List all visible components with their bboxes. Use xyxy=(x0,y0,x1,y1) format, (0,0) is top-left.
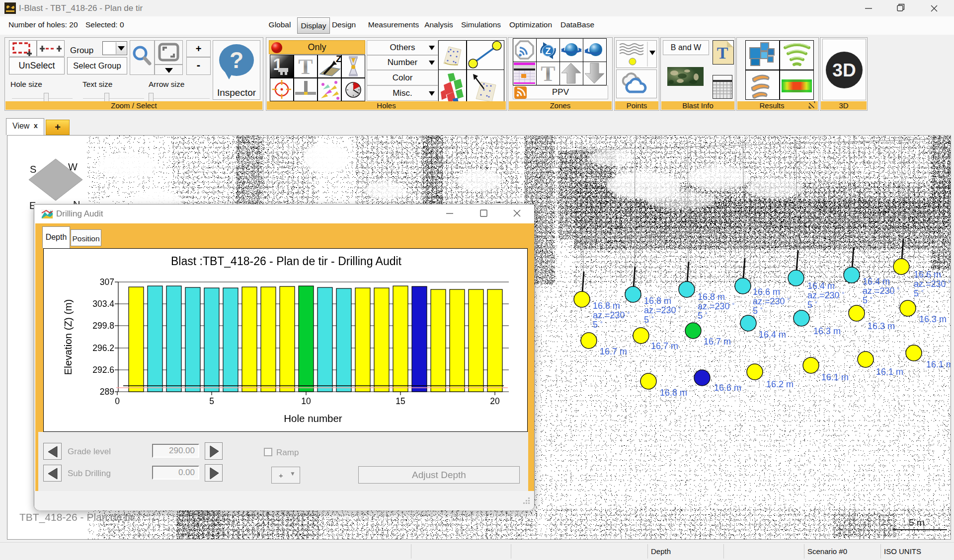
svg-text:292.6: 292.6 xyxy=(92,365,114,375)
svg-text:Blast :TBT_418-26 - Plan de ti: Blast :TBT_418-26 - Plan de tir - Drilli… xyxy=(171,255,402,268)
svg-text:Elevation (Z) (m): Elevation (Z) (m) xyxy=(62,299,74,375)
svg-text:16.6 m: 16.6 m xyxy=(914,270,941,280)
svg-text:16.1 m: 16.1 m xyxy=(876,367,903,377)
svg-text:16.7 m: 16.7 m xyxy=(651,341,678,351)
svg-text:Z: Z xyxy=(546,46,551,56)
svg-text:16.4 m: 16.4 m xyxy=(863,277,890,286)
svg-text:15: 15 xyxy=(396,396,405,406)
svg-text:303.4: 303.4 xyxy=(92,299,114,309)
svg-text:az.=230 °: az.=230 ° xyxy=(863,286,900,296)
svg-text:16.3 m: 16.3 m xyxy=(919,314,947,324)
svg-text:Z: Z xyxy=(336,55,341,64)
svg-text:16.7 m: 16.7 m xyxy=(600,347,627,356)
svg-text:W: W xyxy=(68,161,78,172)
svg-text:16.4 m: 16.4 m xyxy=(807,281,835,291)
svg-text:T: T xyxy=(541,62,555,84)
svg-text:16.8 m: 16.8 m xyxy=(644,296,671,306)
svg-text:16.8 m: 16.8 m xyxy=(593,301,620,311)
svg-text:16.6 m: 16.6 m xyxy=(753,287,780,297)
svg-text:TBT_418-26 - Plan de tir: TBT_418-26 - Plan de tir xyxy=(19,511,134,523)
svg-text:0: 0 xyxy=(115,396,120,406)
svg-text:5: 5 xyxy=(209,396,214,406)
svg-text:16.3 m: 16.3 m xyxy=(868,321,895,331)
svg-text:299.8: 299.8 xyxy=(92,321,114,331)
svg-text:3D: 3D xyxy=(832,60,856,80)
svg-text:az.=230 °: az.=230 ° xyxy=(807,290,845,300)
svg-text:S: S xyxy=(30,164,36,175)
svg-text:16.6 m: 16.6 m xyxy=(714,383,741,393)
svg-text:16.8 m: 16.8 m xyxy=(698,292,725,302)
svg-text:az.=230 °: az.=230 ° xyxy=(753,296,790,306)
svg-text:296.2: 296.2 xyxy=(92,343,114,353)
svg-text:T: T xyxy=(298,55,313,77)
svg-text:307: 307 xyxy=(100,277,114,287)
svg-text:?: ? xyxy=(230,47,243,73)
svg-text:289: 289 xyxy=(100,387,114,397)
svg-text:az.=230 °: az.=230 ° xyxy=(644,305,681,315)
svg-text:16.4 m: 16.4 m xyxy=(759,330,786,340)
svg-text:az.=230 °: az.=230 ° xyxy=(593,310,630,320)
svg-text:T: T xyxy=(717,44,728,62)
svg-text:16.2 m: 16.2 m xyxy=(766,379,794,389)
svg-text:16.8 m: 16.8 m xyxy=(660,388,687,398)
svg-text:10: 10 xyxy=(301,396,311,406)
svg-text:20: 20 xyxy=(490,396,500,406)
svg-text:16.1 m: 16.1 m xyxy=(926,359,951,369)
svg-text:16.1 m: 16.1 m xyxy=(821,372,849,382)
svg-text:16.7 m: 16.7 m xyxy=(704,337,731,347)
svg-text:16.3 m: 16.3 m xyxy=(813,326,841,336)
svg-text:az.=230 °: az.=230 ° xyxy=(914,279,951,289)
svg-text:5 m: 5 m xyxy=(909,517,925,528)
svg-text:Hole number: Hole number xyxy=(284,413,342,424)
svg-text:az.=230 °: az.=230 ° xyxy=(698,301,735,311)
